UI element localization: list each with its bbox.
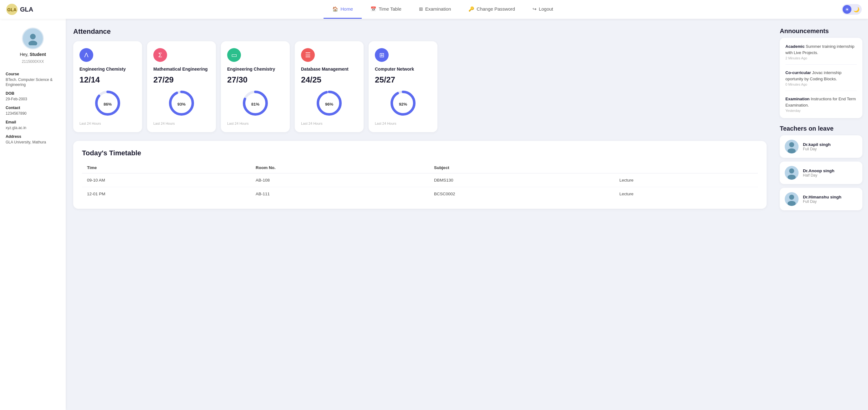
nav-examination[interactable]: ⊞ Examination bbox=[410, 0, 460, 19]
avatar-icon bbox=[26, 32, 40, 45]
light-mode-btn[interactable]: ☀ bbox=[843, 5, 851, 14]
svg-point-27 bbox=[787, 201, 796, 206]
att-card-circle: 92% bbox=[375, 89, 431, 117]
teacher-name: Dr.Himanshu singh bbox=[803, 195, 841, 199]
dob-value: 29-Feb-2003 bbox=[6, 97, 27, 101]
att-card-circle: 81% bbox=[227, 89, 283, 117]
svg-point-3 bbox=[29, 41, 37, 45]
nav-timetable-label: Time Table bbox=[379, 6, 401, 11]
theme-toggle[interactable]: ☀ 🌙 bbox=[842, 4, 862, 15]
att-card-icon: ⊞ bbox=[375, 48, 389, 62]
att-card-last: Last 24 Hours bbox=[375, 122, 431, 125]
announcements-section: Announcements Academic Summer training i… bbox=[780, 28, 862, 118]
teacher-avatar-icon bbox=[785, 140, 799, 153]
att-card-score: 12/14 bbox=[80, 75, 136, 85]
teacher-avatar-icon bbox=[785, 192, 799, 206]
course-value: BTech. Computer Science & Engineering bbox=[6, 77, 53, 87]
brand: GLA GLA bbox=[6, 4, 44, 15]
att-card-title: Engineering Chemisty bbox=[80, 66, 136, 72]
email-value: xyz.gla.ac.in bbox=[6, 126, 26, 130]
timetable-table: Time Room No. Subject 09-10 AM AB-108 DB… bbox=[82, 162, 758, 201]
sidebar-dob: DOB 29-Feb-2003 bbox=[6, 91, 60, 101]
tt-subject: BCSC0002 bbox=[429, 187, 615, 201]
ann-category: Co-curricular bbox=[785, 70, 811, 75]
attendance-section: Attendance Λ Engineering Chemisty 12/14 … bbox=[73, 28, 767, 132]
nav-examination-label: Examination bbox=[425, 6, 451, 11]
key-icon: 🔑 bbox=[468, 6, 474, 12]
svg-text:GLA: GLA bbox=[7, 7, 17, 12]
logout-icon: ↪ bbox=[533, 6, 537, 12]
course-label: Course bbox=[6, 72, 60, 76]
greeting-name: Student bbox=[30, 52, 46, 57]
svg-point-26 bbox=[789, 195, 794, 200]
teacher-leave-card: Dr.Himanshu singh Full Day bbox=[780, 188, 862, 210]
announcement-item: Academic Summer training internship with… bbox=[785, 43, 857, 65]
attendance-card-math-eng: Σ Mathematical Engineering 27/29 93% Las… bbox=[147, 41, 216, 132]
sun-icon: ☀ bbox=[845, 6, 849, 12]
nav-change-password[interactable]: 🔑 Change Password bbox=[460, 0, 524, 19]
announcement-item: Co-curricular Jovac internship oportunit… bbox=[785, 70, 857, 91]
email-label: Email bbox=[6, 120, 60, 124]
ann-text: Academic Summer training internship with… bbox=[785, 43, 857, 56]
teacher-info: Dr.kapil singh Full Day bbox=[803, 142, 831, 151]
greeting-text: Hey, Student bbox=[20, 52, 46, 57]
navbar-actions: ☀ 🌙 bbox=[842, 4, 862, 15]
tt-type: Lecture bbox=[614, 173, 758, 187]
att-card-icon: Λ bbox=[80, 48, 93, 62]
attendance-card-eng-chemistry2: ▭ Engineering Chemistry 27/30 81% Last 2… bbox=[221, 41, 290, 132]
att-card-title: Database Management bbox=[301, 66, 357, 72]
tt-room: AB-108 bbox=[251, 173, 429, 187]
address-value: GLA University, Mathura bbox=[6, 140, 46, 144]
att-card-score: 27/30 bbox=[227, 75, 283, 85]
sidebar-info: Course BTech. Computer Science & Enginee… bbox=[6, 72, 60, 144]
svg-point-21 bbox=[787, 148, 796, 153]
timetable-header: Time Room No. Subject bbox=[82, 162, 758, 173]
att-card-last: Last 24 Hours bbox=[227, 122, 283, 125]
content-area: Attendance Λ Engineering Chemisty 12/14 … bbox=[66, 19, 774, 410]
att-card-score: 25/27 bbox=[375, 75, 431, 85]
nav-logout[interactable]: ↪ Logout bbox=[524, 0, 562, 19]
svg-point-2 bbox=[30, 34, 36, 39]
teacher-name: Dr.Anoop singh bbox=[803, 168, 835, 173]
tt-time: 12-01 PM bbox=[82, 187, 251, 201]
nav-home-label: Home bbox=[340, 6, 353, 11]
att-card-last: Last 24 Hours bbox=[153, 122, 210, 125]
svg-text:96%: 96% bbox=[325, 102, 333, 107]
teacher-avatar bbox=[785, 140, 799, 153]
brand-logo-icon: GLA bbox=[6, 4, 18, 15]
teacher-leave-type: Half Day bbox=[803, 173, 835, 177]
svg-text:93%: 93% bbox=[178, 102, 186, 107]
teacher-avatar-icon bbox=[785, 166, 799, 180]
teacher-leave-card: Dr.kapil singh Full Day bbox=[780, 135, 862, 158]
attendance-cards: Λ Engineering Chemisty 12/14 86% Last 24… bbox=[73, 41, 767, 132]
nav-home[interactable]: 🏠 Home bbox=[323, 0, 362, 19]
sidebar-email: Email xyz.gla.ac.in bbox=[6, 120, 60, 130]
att-card-title: Engineering Chemistry bbox=[227, 66, 283, 72]
att-card-circle: 93% bbox=[153, 89, 210, 117]
th-type bbox=[614, 162, 758, 173]
tt-type: Lecture bbox=[614, 187, 758, 201]
teacher-avatar bbox=[785, 166, 799, 180]
table-row: 09-10 AM AB-108 DBMS130 Lecture bbox=[82, 173, 758, 187]
teachers-leave-list: Dr.kapil singh Full Day Dr.Anoop singh H… bbox=[780, 135, 862, 210]
att-card-icon: Σ bbox=[153, 48, 167, 62]
att-card-last: Last 24 Hours bbox=[80, 122, 136, 125]
home-icon: 🏠 bbox=[332, 6, 338, 12]
student-id: 2115000XXX bbox=[22, 59, 44, 64]
att-card-icon: ▭ bbox=[227, 48, 241, 62]
att-card-circle: 86% bbox=[80, 89, 136, 117]
contact-label: Contact bbox=[6, 106, 60, 110]
sidebar: Hey, Student 2115000XXX Course BTech. Co… bbox=[0, 19, 66, 410]
sidebar-course: Course BTech. Computer Science & Enginee… bbox=[6, 72, 60, 87]
svg-text:92%: 92% bbox=[399, 102, 407, 107]
dark-mode-btn[interactable]: 🌙 bbox=[852, 5, 861, 14]
th-time: Time bbox=[82, 162, 251, 173]
att-card-title: Computer Network bbox=[375, 66, 431, 72]
th-room: Room No. bbox=[251, 162, 429, 173]
tt-time: 09-10 AM bbox=[82, 173, 251, 187]
nav-timetable[interactable]: 📅 Time Table bbox=[362, 0, 410, 19]
address-label: Address bbox=[6, 134, 60, 139]
th-subject: Subject bbox=[429, 162, 615, 173]
nav-change-password-label: Change Password bbox=[476, 6, 515, 11]
ann-category: Academic bbox=[785, 44, 804, 49]
